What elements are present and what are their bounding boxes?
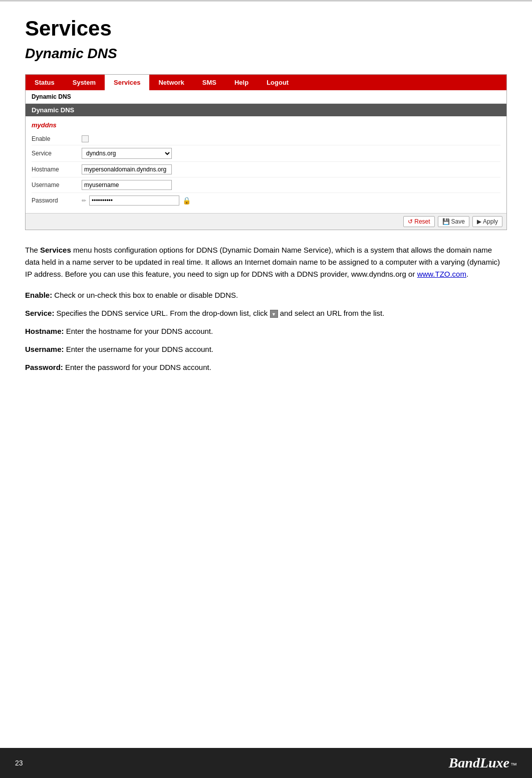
section-header: Dynamic DNS	[26, 104, 506, 116]
page-subtitle: Dynamic DNS	[25, 46, 507, 62]
description-end: .	[466, 270, 468, 278]
enable-value	[82, 135, 89, 142]
form-content: myddns Enable Service dyndns.org Hos	[26, 116, 506, 213]
form-section-title: myddns	[32, 121, 500, 129]
description-intro: The	[25, 246, 40, 254]
nav-bar: Status System Services Network SMS Help …	[26, 75, 506, 90]
term-password-label: Password:	[25, 363, 63, 371]
service-select[interactable]: dyndns.org	[82, 148, 172, 159]
reset-button[interactable]: ↺ Reset	[403, 216, 434, 227]
description-area: The Services menu hosts configuration op…	[25, 244, 507, 280]
term-enable-text: Check or un-check this box to enable or …	[52, 291, 238, 299]
tzo-link[interactable]: www.TZO.com	[417, 270, 466, 278]
footer: 23 BandLuxe ™	[0, 748, 532, 778]
nav-item-logout[interactable]: Logout	[257, 75, 298, 90]
enable-label: Enable	[32, 135, 82, 142]
nav-item-network[interactable]: Network	[149, 75, 193, 90]
term-username-label: Username:	[25, 345, 64, 353]
form-row-password: Password ✏ 🔒	[32, 193, 500, 208]
brand-logo: BandLuxe ™	[449, 755, 517, 771]
hostname-input[interactable]	[82, 164, 172, 174]
nav-item-services[interactable]: Services	[105, 75, 150, 90]
form-row-enable: Enable	[32, 133, 500, 145]
nav-item-sms[interactable]: SMS	[193, 75, 225, 90]
term-enable: Enable: Check or un-check this box to en…	[25, 289, 507, 301]
trademark-symbol: ™	[510, 761, 517, 769]
dropdown-icon: ▼	[270, 310, 278, 318]
username-label: Username	[32, 181, 82, 188]
save-button[interactable]: 💾 Save	[438, 216, 469, 227]
apply-icon: ▶	[477, 218, 481, 225]
hostname-value	[82, 164, 172, 174]
save-icon: 💾	[442, 218, 450, 225]
term-service-label: Service:	[25, 309, 54, 317]
term-enable-label: Enable:	[25, 291, 52, 299]
term-hostname-text: Enter the hostname for your DDNS account…	[64, 327, 213, 335]
password-label: Password	[32, 197, 82, 204]
form-row-hostname: Hostname	[32, 162, 500, 177]
term-hostname-label: Hostname:	[25, 327, 64, 335]
form-row-username: Username	[32, 177, 500, 193]
router-ui-widget: Status System Services Network SMS Help …	[25, 74, 507, 230]
username-value	[82, 180, 172, 190]
term-username: Username: Enter the username for your DD…	[25, 343, 507, 355]
enable-checkbox[interactable]	[82, 135, 89, 142]
term-service-text: Specifies the DDNS service URL. From the…	[54, 309, 268, 317]
reset-icon: ↺	[408, 218, 413, 225]
term-hostname: Hostname: Enter the hostname for your DD…	[25, 325, 507, 337]
service-value: dyndns.org	[82, 148, 172, 159]
term-password: Password: Enter the password for your DD…	[25, 361, 507, 373]
apply-button[interactable]: ▶ Apply	[472, 216, 502, 227]
breadcrumb: Dynamic DNS	[26, 90, 506, 104]
description-paragraph: The Services menu hosts configuration op…	[25, 244, 507, 280]
nav-item-help[interactable]: Help	[225, 75, 257, 90]
hostname-label: Hostname	[32, 166, 82, 173]
username-input[interactable]	[82, 180, 172, 190]
action-bar: ↺ Reset 💾 Save ▶ Apply	[26, 213, 506, 230]
term-service-extra: and select an URL from the list.	[280, 309, 385, 317]
description-bold: Services	[40, 246, 71, 254]
term-username-text: Enter the username for your DDNS account…	[64, 345, 213, 353]
lock-icon: 🔒	[182, 197, 191, 205]
password-input[interactable]	[89, 196, 179, 206]
nav-item-status[interactable]: Status	[26, 75, 64, 90]
term-service: Service: Specifies the DDNS service URL.…	[25, 307, 507, 319]
nav-item-system[interactable]: System	[64, 75, 105, 90]
page-content: Services Dynamic DNS Status System Servi…	[0, 2, 532, 410]
form-row-service: Service dyndns.org	[32, 145, 500, 162]
term-password-text: Enter the password for your DDNS account…	[63, 363, 211, 371]
password-value: ✏ 🔒	[82, 196, 191, 206]
pencil-icon: ✏	[82, 198, 86, 204]
page-title: Services	[25, 17, 507, 41]
brand-name: BandLuxe	[449, 755, 509, 771]
page-number: 23	[15, 759, 23, 767]
service-label: Service	[32, 150, 82, 157]
